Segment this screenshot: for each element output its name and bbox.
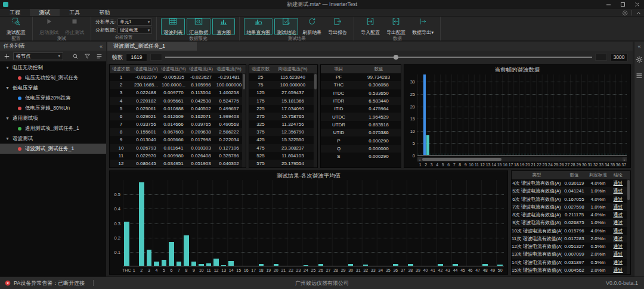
table-row[interactable]: Q0.000000 [321,145,401,153]
summary-data-button[interactable]: 汇总数据 [187,18,210,35]
refresh-button[interactable]: 刷新结果 [300,18,324,35]
table-row[interactable]: 47523.308237 [249,144,317,152]
export-report-button[interactable]: 导出报告 [326,18,349,35]
table-row[interactable]: ITDC0.533650 [321,89,401,97]
add-task-button[interactable] [3,52,11,60]
scroll-left-arrow[interactable]: ◂ [417,157,422,161]
table-row[interactable]: 50.0250610.0108880.0405020.499657 [110,105,246,113]
table-row[interactable]: 110.0229700.0099800.0264080.325786 [110,152,246,160]
table-cell[interactable]: 通过 [609,204,627,210]
table-cell[interactable]: 通过 [609,243,627,250]
table-row[interactable]: 100.0267930.0116410.0103030.127106 [110,144,246,152]
frame-max-input[interactable] [610,54,628,61]
horizontal-scrollbar[interactable]: ◂▸ [417,157,627,161]
collapse-right-panel-icon[interactable]: « [637,43,640,49]
scrollbar-thumb[interactable] [422,158,501,161]
table-row[interactable]: 2230.1685...100.0000...8.105956100.00000… [110,81,246,89]
tree-item[interactable]: 电压无功控制_测试任务 [0,73,106,83]
search-icon[interactable] [71,52,79,60]
collapse-sidebar-icon[interactable]: « [100,43,103,49]
tree-group[interactable]: ▼电压无功控制 [0,63,106,73]
settings-gear-icon[interactable] [636,55,643,66]
tree-item[interactable]: 谐波测试_测试任务_1 [0,144,106,154]
table-row[interactable]: 60.0290210.0126090.1620711.999403 [110,113,246,120]
table-cell[interactable]: 通过 [609,188,627,194]
table-row[interactable]: 22517.034090 [249,105,317,113]
filter-icon[interactable] [83,52,91,60]
table-row[interactable]: UTID0.075386 [321,129,401,136]
histogram-button[interactable]: 直方图 [212,18,235,35]
table-row[interactable]: 27515.758765 [249,113,317,120]
menu-item-工程[interactable]: 工程 [0,9,30,16]
import-config-button[interactable]: 导入配置 [358,18,382,35]
node-type-select[interactable]: 根节点▾ [13,52,63,60]
frame-current-input[interactable] [126,54,147,61]
table-row[interactable]: ITDR6.583440 [321,97,401,105]
play-button[interactable]: 启动测试 [37,18,61,35]
ribbon-field-select[interactable]: 谐波电流▾ [117,27,152,34]
table-row[interactable]: 37512.356790 [249,128,317,136]
table-row[interactable]: 30.0224880.0097700.1135041.400258 [110,89,246,97]
table-row[interactable]: 32511.324756 [249,120,317,128]
table-row[interactable]: 120.0804450.0349510.0519030.640302 [110,160,246,167]
table-cell[interactable]: 通过 [609,219,627,226]
table-row[interactable]: 4次 谐波电流有效值(A)0.0301194.0%In通过 [512,179,630,187]
data-export-button[interactable]: 数据导出▾ [410,18,436,35]
table-row[interactable]: 15次 谐波电流有效值(A)0.0045622.0%In通过 [512,266,630,274]
table-row[interactable]: 90.0130400.0056660.0179980.222034 [110,136,246,144]
table-row[interactable]: 12次 谐波电流有效值(A)0.0513270.5%In通过 [512,243,630,250]
tab-harmonic-test-task[interactable]: 谐波测试_测试任务_1 [107,42,197,51]
result-histogram-button[interactable]: 结果直方图 [244,18,273,35]
table-row[interactable]: PF99.734283 [321,73,401,81]
table-row[interactable]: 17515.181366 [249,97,317,105]
table-cell[interactable]: 通过 [609,235,627,242]
list-settings-icon[interactable] [95,52,103,60]
scrollbar-thumb[interactable] [243,74,245,89]
menu-item-测试[interactable]: 测试 [30,9,60,16]
table-row[interactable]: 70.0337560.0146660.0397650.490568 [110,120,246,128]
stop-button[interactable]: 停止测试 [63,18,86,35]
menu-item-帮助[interactable]: 帮助 [89,9,119,16]
table-row[interactable]: 8次 谐波电流有效值(A)0.2111754.0%In通过 [512,211,630,219]
test-config-button[interactable]: 测试配置 [4,18,28,35]
table-row[interactable]: 9次 谐波电流有效值(A)0.0268751.0%In通过 [512,219,630,226]
table-row[interactable]: 7次 谐波电流有效值(A)0.0275981.0%In通过 [512,203,630,211]
scrollbar-thumb[interactable] [627,180,630,200]
table-row[interactable]: S0.000290 [321,153,401,160]
table-row[interactable]: 80.1556010.0676030.2096382.586222 [110,128,246,136]
table-row[interactable]: 52511.804103 [249,152,317,160]
table-row[interactable]: 12527.659437 [249,89,317,97]
export-config-button[interactable]: 导出配置 [384,18,408,35]
tree-group[interactable]: ▼低电压穿越 [0,83,106,93]
table-row[interactable]: 40.2201820.0956610.0425380.524775 [110,97,246,105]
vertical-scrollbar[interactable] [314,73,317,167]
table-row[interactable]: THC0.306058 [321,81,401,89]
table-cell[interactable]: 通过 [609,228,627,234]
tree-item[interactable]: 低电压穿越20%跌落 [0,93,106,103]
table-row[interactable]: 13次 谐波电流有效值(A)0.0070992.0%In通过 [512,250,630,258]
table-row[interactable]: 1-0.012279-0.005335-0.023627-0.291481 [110,73,246,81]
table-row[interactable]: 11次 谐波电流有效值(A)0.0172832.0%In通过 [512,235,630,243]
table-row[interactable]: 5次 谐波电流有效值(A)0.0412411.0%In通过 [512,187,630,195]
harmonic-list-button[interactable]: 谐波列表 [161,18,185,35]
table-cell[interactable]: 通过 [609,212,627,218]
tree-item[interactable]: 通用测试项_测试任务_1 [0,123,106,133]
vertical-scrollbar[interactable] [627,179,630,274]
frame-slider-handle[interactable] [394,55,398,60]
table-row[interactable]: ITID0.475964 [321,105,401,113]
table-row[interactable]: 75100.000000 [249,81,317,89]
table-row[interactable]: 10次 谐波电流有效值(A)0.0157964.0%In通过 [512,227,630,235]
menu-item-工具[interactable]: 工具 [60,9,89,16]
tree-group[interactable]: ▼谐波测试 [0,133,106,144]
vertical-scrollbar[interactable] [242,73,246,167]
table-row[interactable]: 42515.322550 [249,136,317,144]
table-row[interactable]: P0.000290 [321,136,401,144]
table-row[interactable]: UTDC1.964529 [321,113,401,120]
ribbon-field-select[interactable]: 单元1▾ [117,18,152,26]
frame-slider[interactable] [165,54,592,61]
table-row[interactable]: 57525.179554 [249,160,317,167]
tree-item[interactable]: 低电压穿越_80%Un [0,103,106,113]
table-cell[interactable]: 通过 [609,251,627,257]
scroll-right-arrow[interactable]: ▸ [623,157,627,161]
panel-list-icon[interactable] [636,71,643,82]
